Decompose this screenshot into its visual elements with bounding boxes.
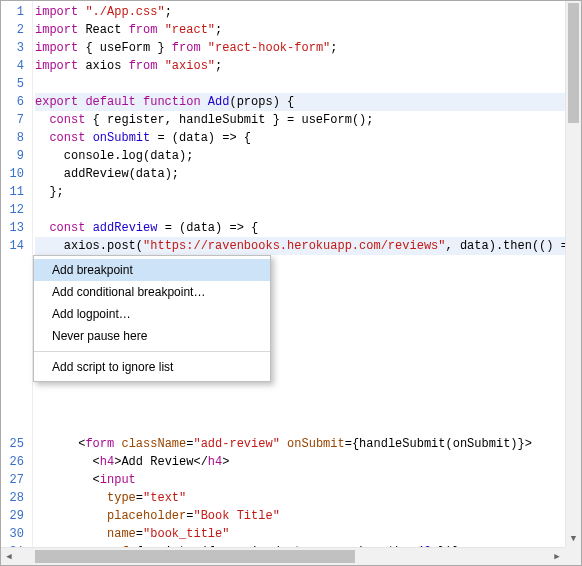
line-number[interactable] <box>7 363 24 381</box>
scroll-left-arrow-icon[interactable]: ◀ <box>1 548 17 565</box>
line-number[interactable] <box>7 291 24 309</box>
code-line[interactable]: import React from "react"; <box>35 21 581 39</box>
scrollbar-thumb[interactable] <box>568 3 579 123</box>
code-line[interactable]: name="book_title" <box>35 525 581 543</box>
vertical-scrollbar[interactable]: ▲ ▼ <box>565 1 581 547</box>
code-line[interactable]: type="text" <box>35 489 581 507</box>
line-number[interactable]: 14 <box>7 237 24 255</box>
line-number[interactable]: 8 <box>7 129 24 147</box>
code-line[interactable]: const onSubmit = (data) => { <box>35 129 581 147</box>
code-line[interactable] <box>35 201 581 219</box>
code-line[interactable]: import axios from "axios"; <box>35 57 581 75</box>
horizontal-scrollbar[interactable]: ◀ ▶ <box>1 547 565 565</box>
line-number[interactable]: 5 <box>7 75 24 93</box>
code-line[interactable]: const addReview = (data) => { <box>35 219 581 237</box>
code-line[interactable] <box>35 399 581 417</box>
line-number[interactable]: 13 <box>7 219 24 237</box>
line-number[interactable]: 29 <box>7 507 24 525</box>
line-number[interactable]: 12 <box>7 201 24 219</box>
menu-item[interactable]: Never pause here <box>34 325 270 347</box>
scrollbar-corner <box>565 547 581 565</box>
code-line[interactable]: import { useForm } from "react-hook-form… <box>35 39 581 57</box>
line-number[interactable]: 3 <box>7 39 24 57</box>
code-line[interactable]: addReview(data); <box>35 165 581 183</box>
line-number[interactable] <box>7 381 24 399</box>
context-menu: Add breakpointAdd conditional breakpoint… <box>33 255 271 382</box>
line-number[interactable]: 6 <box>7 93 24 111</box>
line-number[interactable]: 27 <box>7 471 24 489</box>
code-line[interactable] <box>35 417 581 435</box>
code-line[interactable]: <h4>Add Review</h4> <box>35 453 581 471</box>
scroll-down-arrow-icon[interactable]: ▼ <box>566 531 581 547</box>
line-number[interactable]: 26 <box>7 453 24 471</box>
code-line[interactable]: console.log(data); <box>35 147 581 165</box>
line-number[interactable]: 28 <box>7 489 24 507</box>
code-line[interactable]: export default function Add(props) { <box>35 93 581 111</box>
line-number[interactable]: 4 <box>7 57 24 75</box>
code-line[interactable]: }; <box>35 183 581 201</box>
menu-item[interactable]: Add breakpoint <box>34 259 270 281</box>
scrollbar-thumb[interactable] <box>35 550 355 563</box>
code-line[interactable]: <form className="add-review" onSubmit={h… <box>35 435 581 453</box>
menu-item[interactable]: Add logpoint… <box>34 303 270 325</box>
line-number[interactable] <box>7 345 24 363</box>
code-line[interactable] <box>35 381 581 399</box>
line-number[interactable] <box>7 309 24 327</box>
line-number[interactable] <box>7 273 24 291</box>
code-line[interactable] <box>35 75 581 93</box>
menu-item[interactable]: Add script to ignore list <box>34 356 270 378</box>
code-line[interactable]: const { register, handleSubmit } = useFo… <box>35 111 581 129</box>
line-number[interactable]: 7 <box>7 111 24 129</box>
menu-separator <box>34 351 270 352</box>
code-line[interactable]: placeholder="Book Title" <box>35 507 581 525</box>
line-number[interactable] <box>7 417 24 435</box>
menu-item[interactable]: Add conditional breakpoint… <box>34 281 270 303</box>
line-number-gutter[interactable]: 1234567891011121314252627282930313233343… <box>1 1 33 547</box>
scroll-right-arrow-icon[interactable]: ▶ <box>549 548 565 565</box>
line-number[interactable]: 25 <box>7 435 24 453</box>
line-number[interactable]: 30 <box>7 525 24 543</box>
code-line[interactable]: axios.post("https://ravenbooks.herokuapp… <box>35 237 581 255</box>
line-number[interactable]: 10 <box>7 165 24 183</box>
line-number[interactable]: 9 <box>7 147 24 165</box>
code-line[interactable]: <input <box>35 471 581 489</box>
line-number[interactable] <box>7 255 24 273</box>
line-number[interactable]: 1 <box>7 3 24 21</box>
line-number[interactable] <box>7 399 24 417</box>
code-line[interactable]: import "./App.css"; <box>35 3 581 21</box>
line-number[interactable]: 2 <box>7 21 24 39</box>
line-number[interactable] <box>7 327 24 345</box>
line-number[interactable]: 11 <box>7 183 24 201</box>
